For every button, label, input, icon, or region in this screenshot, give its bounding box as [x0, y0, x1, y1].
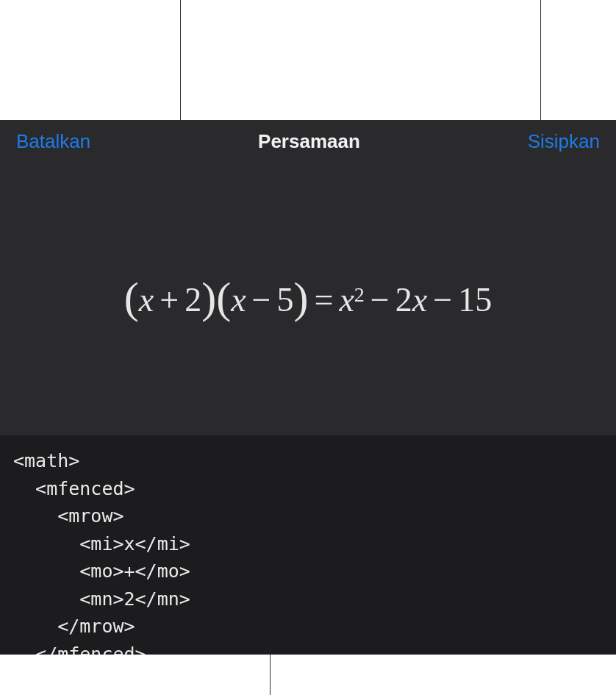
eq-coef: 2: [395, 280, 412, 319]
open-paren: (: [216, 273, 231, 324]
eq-op: +: [154, 280, 185, 319]
dialog-title: Persamaan: [258, 130, 360, 153]
eq-var: x: [231, 280, 246, 319]
mathml-code-editor[interactable]: <math> <mfenced> <mrow> <mi>x</mi> <mo>+…: [0, 435, 616, 655]
eq-var: x: [339, 280, 354, 319]
close-paren: ): [294, 273, 309, 324]
callout-line: [270, 655, 271, 695]
equation-dialog: Batalkan Persamaan Sisipkan (x+2)(x−5)=x…: [0, 120, 616, 655]
eq-exponent: 2: [354, 283, 365, 307]
eq-num: 5: [277, 280, 294, 319]
eq-var: x: [139, 280, 154, 319]
titlebar: Batalkan Persamaan Sisipkan: [0, 120, 616, 163]
eq-op: −: [427, 280, 458, 319]
open-paren: (: [124, 273, 139, 324]
eq-equals: =: [308, 280, 339, 319]
equation-preview: (x+2)(x−5)=x2−2x−15: [0, 163, 616, 435]
eq-op: −: [246, 280, 277, 319]
eq-op: −: [365, 280, 395, 319]
insert-button[interactable]: Sisipkan: [528, 130, 600, 153]
eq-num: 2: [185, 280, 201, 319]
eq-num: 15: [458, 280, 492, 319]
callout-line: [540, 0, 541, 124]
close-paren: ): [201, 273, 216, 324]
cancel-button[interactable]: Batalkan: [16, 130, 90, 153]
eq-var: x: [412, 280, 427, 319]
